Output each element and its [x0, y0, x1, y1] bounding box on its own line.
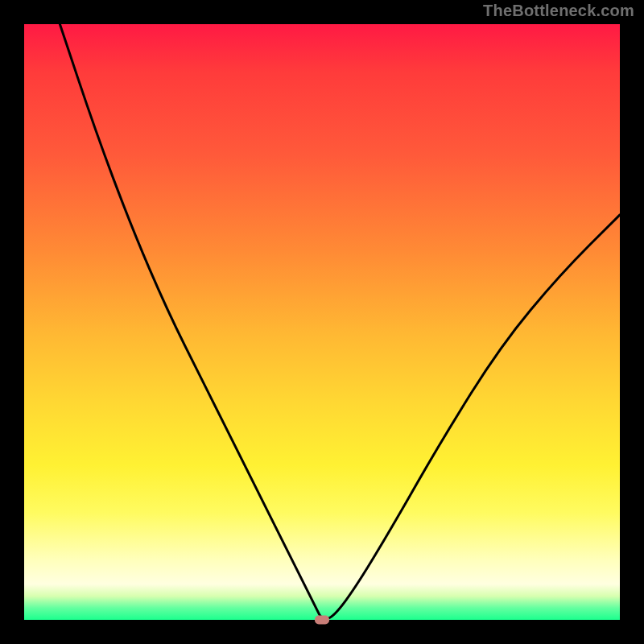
watermark-text: TheBottleneck.com — [483, 2, 634, 20]
optimum-marker — [315, 616, 329, 625]
plot-area — [24, 24, 620, 620]
curve-svg — [24, 24, 620, 620]
bottleneck-curve-path — [60, 24, 620, 619]
chart-container: TheBottleneck.com — [0, 0, 644, 644]
